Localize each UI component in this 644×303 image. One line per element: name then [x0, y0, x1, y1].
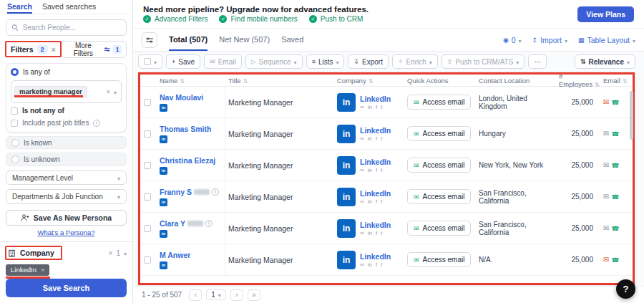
contact-credits-button[interactable]: [603, 256, 620, 264]
website-link-icon[interactable]: ∞: [360, 199, 364, 205]
company-tag-linkedin[interactable]: LinkedIn: [6, 264, 49, 276]
company-logo[interactable]: in: [337, 251, 356, 269]
company-logo[interactable]: in: [337, 156, 356, 175]
lists-button[interactable]: ≡ Lists: [306, 54, 345, 69]
management-level-dropdown[interactable]: Management Level: [6, 170, 127, 185]
company-link[interactable]: LinkedIn: [360, 221, 391, 229]
push-to-crm-button[interactable]: ⇧ Push to CRM/ATS: [441, 54, 525, 69]
sort-icon[interactable]: [177, 77, 185, 85]
facebook-icon[interactable]: f: [376, 168, 377, 173]
column-header-employees[interactable]: # Employees: [556, 72, 600, 88]
is-not-any-of-option[interactable]: Is not any of: [11, 107, 122, 115]
company-link[interactable]: LinkedIn: [360, 158, 391, 166]
twitter-icon[interactable]: t: [381, 262, 382, 268]
row-checkbox[interactable]: [144, 99, 151, 106]
info-icon[interactable]: [205, 220, 213, 227]
enrich-button[interactable]: ✧ Enrich: [392, 54, 438, 69]
save-button[interactable]: + Save: [166, 54, 200, 69]
linkedin-profile-icon[interactable]: in: [160, 135, 167, 143]
more-actions-button[interactable]: ⋯: [528, 54, 547, 69]
twitter-icon[interactable]: t: [381, 105, 382, 110]
view-plans-button[interactable]: View Plans: [577, 6, 634, 22]
twitter-icon[interactable]: t: [381, 136, 382, 142]
select-all-dropdown[interactable]: [138, 54, 162, 69]
person-name-link[interactable]: M Anwer: [160, 251, 190, 259]
is-any-of-option[interactable]: Is any of: [11, 68, 122, 77]
website-link-icon[interactable]: ∞: [360, 262, 364, 268]
prev-page-button[interactable]: [189, 289, 202, 301]
save-search-button[interactable]: Save Search: [6, 279, 127, 297]
tab-saved[interactable]: Saved: [281, 29, 303, 51]
more-filters-button[interactable]: More Filters 1: [61, 41, 127, 58]
facebook-icon[interactable]: f: [376, 136, 377, 142]
column-header-name[interactable]: Name: [157, 77, 225, 85]
linkedin-icon[interactable]: in: [368, 105, 372, 110]
export-button[interactable]: ⇩ Export: [348, 54, 388, 69]
job-title-input[interactable]: marketing manager: [11, 80, 122, 103]
person-name-link[interactable]: Franny S: [160, 188, 192, 196]
company-link[interactable]: LinkedIn: [360, 189, 391, 198]
remove-tag-icon[interactable]: [41, 266, 45, 274]
access-email-button[interactable]: Access email: [407, 95, 471, 110]
sort-dropdown[interactable]: ⇅ Relevance: [575, 54, 635, 69]
sort-icon[interactable]: [241, 77, 248, 85]
clear-tag-icon[interactable]: [106, 87, 110, 95]
row-checkbox[interactable]: [144, 256, 151, 264]
table-scrollbar[interactable]: [630, 91, 633, 140]
email-button[interactable]: Email: [204, 54, 242, 69]
person-name-link[interactable]: Nav Moulavi: [160, 93, 203, 102]
tab-total[interactable]: Total (507): [169, 29, 208, 51]
access-email-button[interactable]: Access email: [407, 158, 471, 173]
column-header-title[interactable]: Title: [225, 77, 334, 85]
company-logo[interactable]: in: [337, 125, 356, 143]
departments-dropdown[interactable]: Departments & Job Function: [6, 189, 127, 203]
company-logo[interactable]: in: [337, 188, 356, 206]
contact-credits-button[interactable]: [603, 193, 620, 201]
person-name-link[interactable]: Clara Y: [160, 219, 185, 228]
linkedin-icon[interactable]: in: [368, 168, 372, 173]
contact-credits-button[interactable]: [603, 98, 620, 106]
facebook-icon[interactable]: f: [376, 262, 377, 268]
is-known-option[interactable]: Is known: [6, 136, 127, 150]
person-name-link[interactable]: Thomas Smith: [160, 125, 211, 133]
facebook-icon[interactable]: f: [376, 231, 377, 236]
linkedin-icon[interactable]: in: [368, 231, 372, 236]
website-link-icon[interactable]: ∞: [360, 168, 364, 173]
linkedin-profile-icon[interactable]: in: [160, 198, 167, 206]
linkedin-profile-icon[interactable]: in: [160, 167, 167, 175]
info-icon[interactable]: [212, 188, 219, 196]
search-input[interactable]: [23, 24, 121, 32]
filters-toggle-button[interactable]: [142, 32, 157, 48]
linkedin-icon[interactable]: in: [368, 136, 372, 142]
tab-net-new[interactable]: Net New (507): [219, 29, 270, 51]
sort-icon[interactable]: [366, 77, 374, 85]
row-checkbox[interactable]: [144, 162, 151, 169]
facebook-icon[interactable]: f: [376, 199, 377, 205]
company-link[interactable]: LinkedIn: [360, 252, 391, 261]
website-link-icon[interactable]: ∞: [360, 231, 364, 236]
linkedin-icon[interactable]: in: [368, 262, 372, 268]
info-icon[interactable]: [93, 120, 100, 127]
row-checkbox[interactable]: [144, 225, 151, 232]
clear-filters-icon[interactable]: [52, 45, 56, 54]
is-unknown-option[interactable]: Is unknown: [6, 153, 127, 166]
import-dropdown[interactable]: ↥ Import: [532, 36, 567, 44]
include-past-titles-option[interactable]: Include past job titles: [11, 119, 122, 128]
company-logo[interactable]: in: [337, 219, 356, 238]
linkedin-icon[interactable]: in: [368, 199, 372, 205]
access-email-button[interactable]: Access email: [407, 189, 471, 204]
person-name-link[interactable]: Christina Elezaj: [160, 156, 215, 165]
access-email-button[interactable]: Access email: [407, 221, 471, 236]
chevron-down-icon[interactable]: [124, 249, 127, 257]
website-link-icon[interactable]: ∞: [360, 136, 364, 142]
tab-search[interactable]: Search: [7, 2, 32, 14]
sequence-button[interactable]: ▷ Sequence: [245, 54, 303, 69]
row-checkbox[interactable]: [144, 130, 151, 138]
access-email-button[interactable]: Access email: [407, 126, 471, 141]
last-page-button[interactable]: [248, 289, 260, 301]
select-all-checkbox[interactable]: [144, 58, 151, 65]
people-search-box[interactable]: [6, 19, 127, 36]
twitter-icon[interactable]: t: [381, 231, 382, 236]
contact-credits-button[interactable]: [603, 130, 620, 138]
filters-chip[interactable]: Filters 2: [6, 42, 61, 57]
